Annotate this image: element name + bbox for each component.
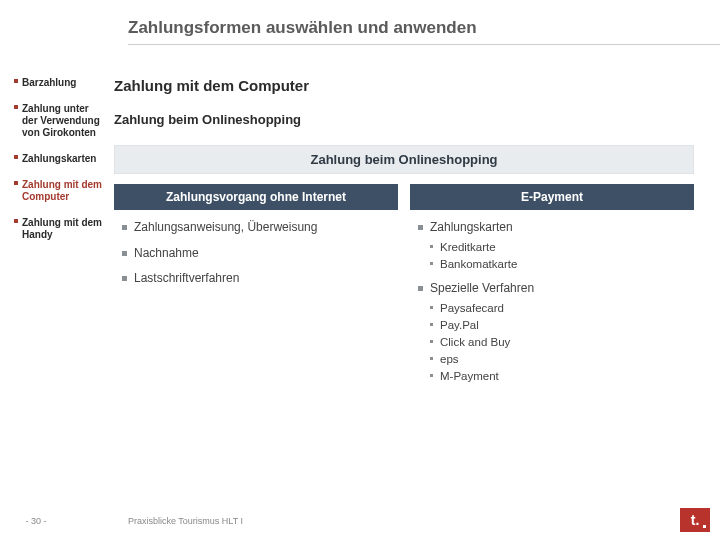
list-item: Nachnahme	[122, 246, 390, 262]
list-item: Spezielle Verfahren Paysafecard Pay.Pal …	[418, 281, 686, 383]
list-subitem: Bankomatkarte	[430, 257, 686, 272]
footer-text: Praxisblicke Tourismus HLT I	[72, 516, 243, 526]
sidebar-item-handy: Zahlung mit dem Handy	[14, 217, 106, 241]
banner: Zahlung beim Onlineshopping	[114, 145, 694, 174]
logo-text: t.	[691, 512, 700, 528]
list-subitem: Pay.Pal	[430, 318, 686, 333]
list-subitem: Click and Buy	[430, 335, 686, 350]
list-subitem: eps	[430, 352, 686, 367]
content-subtitle: Zahlung beim Onlineshopping	[114, 112, 694, 127]
list-item: Zahlungsanweisung, Überweisung	[122, 220, 390, 236]
page-number: - 30 -	[0, 516, 72, 526]
sidebar-item-girokonten: Zahlung unter der Ver­wendung von Giroko…	[14, 103, 106, 139]
column-head-left: Zahlungsvorgang ohne Internet	[114, 184, 398, 210]
list-item-label: Zahlungskarten	[430, 220, 513, 234]
column-left: Zahlungsvorgang ohne Internet Zahlungsan…	[114, 184, 398, 404]
sidebar-item-computer: Zahlung mit dem Computer	[14, 179, 106, 203]
sidebar-item-barzahlung: Barzahlung	[14, 77, 106, 89]
section-title: Zahlung mit dem Computer	[114, 77, 694, 94]
list-item: Lastschriftverfahren	[122, 271, 390, 287]
column-right: E-Payment Zahlungskarten Kreditkarte Ban…	[410, 184, 694, 404]
list-subitem: M-Payment	[430, 369, 686, 384]
logo-icon: t.	[680, 508, 710, 532]
divider	[128, 44, 720, 45]
logo-dot-icon	[703, 525, 706, 528]
list-subitem: Paysafecard	[430, 301, 686, 316]
list-item: Zahlungskarten Kreditkarte Bankomatkarte	[418, 220, 686, 271]
sidebar-item-zahlungskarten: Zahlungs­karten	[14, 153, 106, 165]
page-title: Zahlungsformen auswählen und anwenden	[128, 18, 720, 38]
column-head-right: E-Payment	[410, 184, 694, 210]
list-item-label: Spezielle Verfahren	[430, 281, 534, 295]
sidebar: Barzahlung Zahlung unter der Ver­wendung…	[14, 77, 114, 404]
list-subitem: Kreditkarte	[430, 240, 686, 255]
content-area: Zahlung mit dem Computer Zahlung beim On…	[114, 77, 694, 404]
footer: - 30 - Praxisblicke Tourismus HLT I	[0, 516, 720, 526]
